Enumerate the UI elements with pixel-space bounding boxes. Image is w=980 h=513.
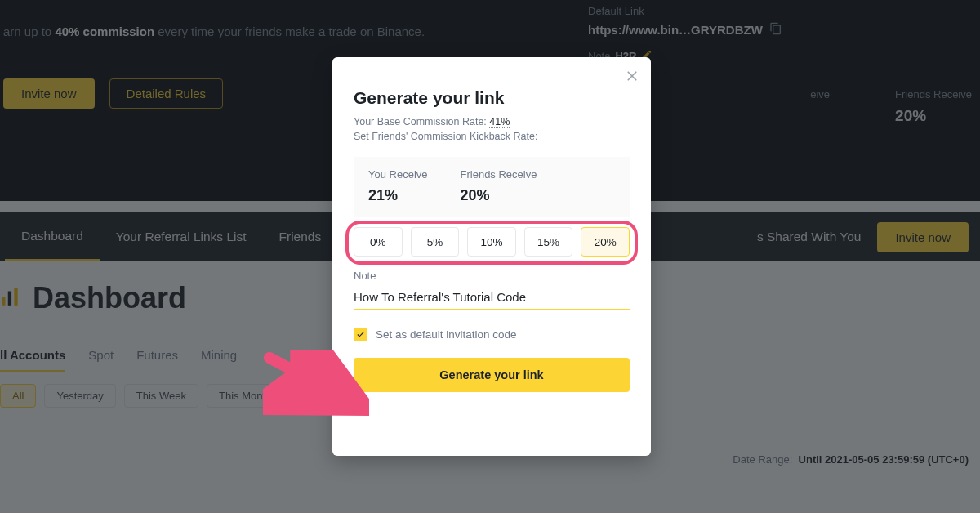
- modal-friends-receive-value: 20%: [461, 187, 537, 204]
- base-rate-label: Your Base Commission Rate:: [354, 116, 487, 127]
- rate-options-group: 0% 5% 10% 15% 20%: [354, 217, 630, 265]
- modal-you-receive-value: 21%: [368, 187, 428, 204]
- default-checkbox-label: Set as default invitation code: [376, 328, 517, 341]
- modal-you-receive-label: You Receive: [368, 168, 428, 181]
- rate-option-5[interactable]: 5%: [411, 227, 460, 256]
- rate-option-15[interactable]: 15%: [524, 227, 573, 256]
- generate-link-modal: Generate your link Your Base Commission …: [332, 57, 651, 456]
- rate-option-10[interactable]: 10%: [467, 227, 516, 256]
- modal-title: Generate your link: [354, 88, 630, 108]
- modal-friends-receive-label: Friends Receive: [461, 168, 537, 181]
- note-input[interactable]: [354, 283, 630, 310]
- rate-option-0[interactable]: 0%: [354, 227, 403, 256]
- kickback-label: Set Friends' Commission Kickback Rate:: [354, 131, 630, 142]
- generate-link-button[interactable]: Generate your link: [354, 358, 630, 392]
- note-label: Note: [354, 270, 630, 282]
- default-checkbox-row[interactable]: Set as default invitation code: [354, 328, 630, 341]
- base-rate-value: 41%: [489, 116, 510, 128]
- close-icon[interactable]: [625, 69, 639, 83]
- base-rate-row: Your Base Commission Rate: 41%: [354, 116, 630, 127]
- receive-box: You Receive 21% Friends Receive 20%: [354, 157, 630, 217]
- rate-option-20[interactable]: 20%: [581, 227, 630, 256]
- default-checkbox[interactable]: [354, 328, 368, 341]
